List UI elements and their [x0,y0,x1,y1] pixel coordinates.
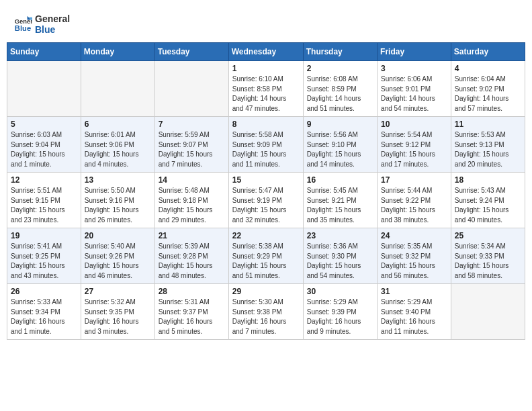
week-row-2: 5Sunrise: 6:03 AM Sunset: 9:04 PM Daylig… [7,117,525,173]
day-info: Sunrise: 6:06 AM Sunset: 9:01 PM Dayligh… [381,75,447,113]
day-number: 29 [232,287,300,296]
day-info: Sunrise: 5:33 AM Sunset: 9:34 PM Dayligh… [11,298,77,336]
calendar-cell: 25Sunrise: 5:34 AM Sunset: 9:33 PM Dayli… [451,228,525,284]
page-header: General Blue General Blue [7,7,525,38]
day-number: 24 [381,231,447,240]
week-row-1: 1Sunrise: 6:10 AM Sunset: 8:58 PM Daylig… [7,61,525,117]
col-header-wednesday: Wednesday [228,43,303,61]
col-header-saturday: Saturday [451,43,525,61]
day-number: 5 [11,120,77,129]
day-number: 23 [307,231,373,240]
day-number: 27 [85,287,151,296]
day-info: Sunrise: 5:50 AM Sunset: 9:16 PM Dayligh… [85,186,151,225]
day-number: 22 [232,231,300,240]
calendar-cell: 16Sunrise: 5:45 AM Sunset: 9:21 PM Dayli… [303,173,377,228]
day-info: Sunrise: 5:30 AM Sunset: 9:38 PM Dayligh… [232,298,300,336]
calendar-cell: 6Sunrise: 6:01 AM Sunset: 9:06 PM Daylig… [81,117,154,173]
day-number: 3 [381,64,447,73]
col-header-sunday: Sunday [7,43,81,61]
calendar-cell: 5Sunrise: 6:03 AM Sunset: 9:04 PM Daylig… [7,117,81,173]
calendar-cell: 20Sunrise: 5:40 AM Sunset: 9:26 PM Dayli… [81,228,154,284]
calendar-cell: 2Sunrise: 6:08 AM Sunset: 8:59 PM Daylig… [303,61,377,117]
day-info: Sunrise: 5:38 AM Sunset: 9:29 PM Dayligh… [232,242,300,281]
calendar-cell: 18Sunrise: 5:43 AM Sunset: 9:24 PM Dayli… [451,173,525,228]
logo-general: General [35,13,70,24]
day-info: Sunrise: 5:51 AM Sunset: 9:15 PM Dayligh… [11,186,77,225]
calendar-cell: 8Sunrise: 5:58 AM Sunset: 9:09 PM Daylig… [228,117,303,173]
day-number: 21 [159,231,225,240]
day-number: 4 [455,64,521,73]
calendar-cell: 28Sunrise: 5:31 AM Sunset: 9:37 PM Dayli… [154,284,228,340]
calendar-cell: 23Sunrise: 5:36 AM Sunset: 9:30 PM Dayli… [303,228,377,284]
day-info: Sunrise: 5:59 AM Sunset: 9:07 PM Dayligh… [159,130,225,169]
calendar-cell: 21Sunrise: 5:39 AM Sunset: 9:28 PM Dayli… [154,228,228,284]
day-number: 16 [307,175,373,185]
day-info: Sunrise: 5:32 AM Sunset: 9:35 PM Dayligh… [85,298,151,336]
day-info: Sunrise: 5:47 AM Sunset: 9:19 PM Dayligh… [232,186,300,225]
calendar-cell: 19Sunrise: 5:41 AM Sunset: 9:25 PM Dayli… [7,228,81,284]
day-number: 14 [159,175,225,185]
calendar-cell [7,61,81,117]
col-header-thursday: Thursday [303,43,377,61]
day-number: 1 [232,64,300,73]
day-info: Sunrise: 5:48 AM Sunset: 9:18 PM Dayligh… [159,186,225,225]
col-header-monday: Monday [81,43,154,61]
day-number: 2 [307,64,373,73]
calendar-cell: 27Sunrise: 5:32 AM Sunset: 9:35 PM Dayli… [81,284,154,340]
day-number: 13 [85,175,151,185]
calendar-cell: 9Sunrise: 5:56 AM Sunset: 9:10 PM Daylig… [303,117,377,173]
day-info: Sunrise: 6:10 AM Sunset: 8:58 PM Dayligh… [232,75,300,113]
day-number: 6 [85,120,151,129]
calendar-cell: 30Sunrise: 5:29 AM Sunset: 9:39 PM Dayli… [303,284,377,340]
day-number: 28 [159,287,225,296]
day-info: Sunrise: 6:08 AM Sunset: 8:59 PM Dayligh… [307,75,373,113]
day-info: Sunrise: 5:34 AM Sunset: 9:33 PM Dayligh… [455,242,521,281]
logo-icon: General Blue [13,15,32,34]
calendar-cell: 3Sunrise: 6:06 AM Sunset: 9:01 PM Daylig… [378,61,451,117]
week-row-4: 19Sunrise: 5:41 AM Sunset: 9:25 PM Dayli… [7,228,525,284]
day-info: Sunrise: 5:40 AM Sunset: 9:26 PM Dayligh… [85,242,151,281]
col-header-friday: Friday [378,43,451,61]
day-info: Sunrise: 5:45 AM Sunset: 9:21 PM Dayligh… [307,186,373,225]
day-number: 18 [455,175,521,185]
calendar-cell: 29Sunrise: 5:30 AM Sunset: 9:38 PM Dayli… [228,284,303,340]
logo: General Blue General Blue [13,13,70,35]
calendar-cell: 11Sunrise: 5:53 AM Sunset: 9:13 PM Dayli… [451,117,525,173]
day-info: Sunrise: 5:44 AM Sunset: 9:22 PM Dayligh… [381,186,447,225]
calendar-cell: 15Sunrise: 5:47 AM Sunset: 9:19 PM Dayli… [228,173,303,228]
day-number: 11 [455,120,521,129]
calendar-cell: 4Sunrise: 6:04 AM Sunset: 9:02 PM Daylig… [451,61,525,117]
day-info: Sunrise: 6:04 AM Sunset: 9:02 PM Dayligh… [455,75,521,113]
day-number: 31 [381,287,447,296]
logo-blue: Blue [35,24,70,35]
day-number: 20 [85,231,151,240]
calendar-cell: 12Sunrise: 5:51 AM Sunset: 9:15 PM Dayli… [7,173,81,228]
calendar-cell: 22Sunrise: 5:38 AM Sunset: 9:29 PM Dayli… [228,228,303,284]
day-number: 17 [381,175,447,185]
day-info: Sunrise: 5:31 AM Sunset: 9:37 PM Dayligh… [159,298,225,336]
calendar-cell [81,61,154,117]
calendar-cell: 10Sunrise: 5:54 AM Sunset: 9:12 PM Dayli… [378,117,451,173]
day-info: Sunrise: 5:35 AM Sunset: 9:32 PM Dayligh… [381,242,447,281]
calendar-cell: 26Sunrise: 5:33 AM Sunset: 9:34 PM Dayli… [7,284,81,340]
calendar-cell [154,61,228,117]
day-info: Sunrise: 5:36 AM Sunset: 9:30 PM Dayligh… [307,242,373,281]
day-info: Sunrise: 5:41 AM Sunset: 9:25 PM Dayligh… [11,242,77,281]
calendar-cell: 7Sunrise: 5:59 AM Sunset: 9:07 PM Daylig… [154,117,228,173]
day-number: 7 [159,120,225,129]
calendar-table: SundayMondayTuesdayWednesdayThursdayFrid… [7,42,525,340]
day-number: 19 [11,231,77,240]
day-info: Sunrise: 5:43 AM Sunset: 9:24 PM Dayligh… [455,186,521,225]
calendar-cell: 31Sunrise: 5:29 AM Sunset: 9:40 PM Dayli… [378,284,451,340]
day-number: 26 [11,287,77,296]
calendar-cell: 13Sunrise: 5:50 AM Sunset: 9:16 PM Dayli… [81,173,154,228]
day-number: 25 [455,231,521,240]
day-number: 12 [11,175,77,185]
calendar-cell: 1Sunrise: 6:10 AM Sunset: 8:58 PM Daylig… [228,61,303,117]
day-info: Sunrise: 5:29 AM Sunset: 9:39 PM Dayligh… [307,298,373,336]
day-info: Sunrise: 5:53 AM Sunset: 9:13 PM Dayligh… [455,130,521,169]
calendar-cell [451,284,525,340]
col-header-tuesday: Tuesday [154,43,228,61]
day-info: Sunrise: 5:56 AM Sunset: 9:10 PM Dayligh… [307,130,373,169]
day-number: 8 [232,120,300,129]
